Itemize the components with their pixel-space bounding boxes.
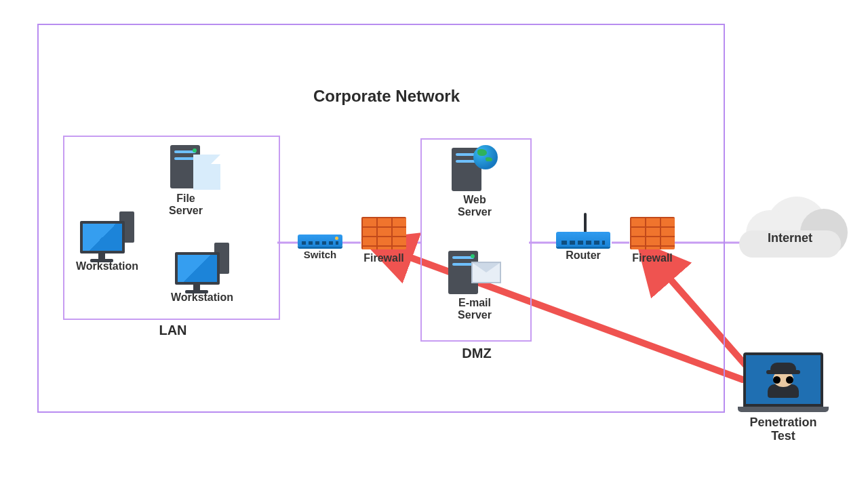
web-server-label: Web Server xyxy=(458,194,492,218)
switch-label: Switch xyxy=(304,249,336,261)
diagram-stage: Corporate Network LAN Workstation Workst… xyxy=(0,0,868,488)
router-label: Router xyxy=(566,249,601,262)
firewall-inner: Firewall xyxy=(357,217,411,264)
router-icon xyxy=(556,232,610,247)
corporate-network-title: Corporate Network xyxy=(258,87,515,106)
envelope-icon xyxy=(471,262,501,283)
globe-icon xyxy=(473,145,498,169)
firewall-inner-label: Firewall xyxy=(363,252,404,264)
lan-zone-label: LAN xyxy=(142,323,203,338)
workstation-2: Workstation xyxy=(170,241,235,304)
monitor-icon xyxy=(175,252,220,285)
file-server-label: File Server xyxy=(169,192,203,216)
firewall-outer: Firewall xyxy=(625,217,679,264)
internet-label: Internet xyxy=(732,232,848,245)
cloud-icon xyxy=(739,197,841,258)
email-server: E-mail Server xyxy=(441,251,509,321)
firewall-icon xyxy=(361,217,406,249)
document-icon xyxy=(193,155,220,190)
workstation-1: Workstation xyxy=(75,210,140,272)
firewall-icon xyxy=(630,217,675,249)
laptop-icon xyxy=(743,352,823,407)
spy-icon xyxy=(768,363,799,396)
router: Router xyxy=(549,213,617,262)
file-server: File Server xyxy=(161,145,229,216)
dmz-zone-label: DMZ xyxy=(453,346,500,361)
penetration-test-label: Penetration Test xyxy=(749,416,816,443)
switch: Switch xyxy=(293,235,347,261)
firewall-outer-label: Firewall xyxy=(632,252,673,264)
switch-icon xyxy=(298,235,342,247)
web-server: Web Server xyxy=(441,148,509,218)
penetration-test: Penetration Test xyxy=(732,352,834,443)
internet-cloud: Internet xyxy=(732,197,848,258)
antenna-icon xyxy=(584,213,587,233)
monitor-icon xyxy=(80,221,125,253)
email-server-label: E-mail Server xyxy=(458,297,492,321)
